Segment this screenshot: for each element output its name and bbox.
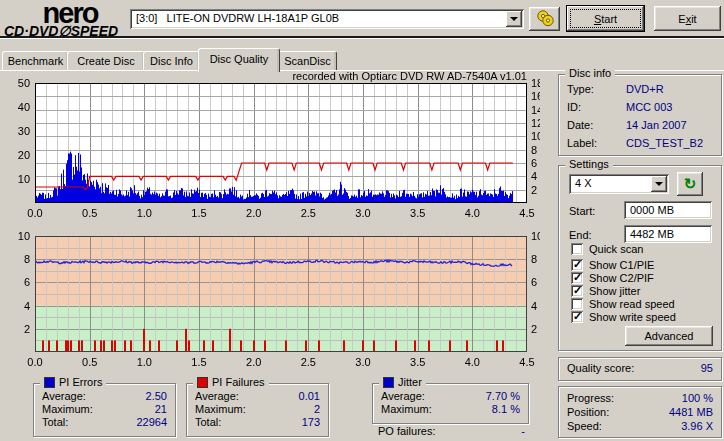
jitter-maximum-row: Maximum:8.1 % xyxy=(381,403,520,415)
po-failures-value: - xyxy=(521,425,525,437)
disc-label-label: Label: xyxy=(567,137,597,149)
tab-create-disc[interactable]: Create Disc xyxy=(67,51,145,71)
tab-benchmark[interactable]: Benchmark xyxy=(2,51,69,71)
quality-score-box: Quality score: 95 xyxy=(558,357,722,381)
disc-info-box: Disc info Type: DVD+R ID: MCC 003 Date: … xyxy=(558,74,722,156)
disc-type-value: DVD+R xyxy=(626,83,664,95)
pi-failures-maximum-row: Maximum:2 xyxy=(195,403,320,415)
pi-errors-chart xyxy=(0,71,540,221)
refresh-icon: ↻ xyxy=(684,175,697,192)
eject-disc-button[interactable] xyxy=(529,7,560,31)
checkbox-label: Quick scan xyxy=(589,243,643,255)
checkbox-show-c1-pie[interactable]: Show C1/PIE xyxy=(571,258,654,271)
jitter-legend: Jitter xyxy=(398,376,422,388)
jitter-average-row: Average:7.70 % xyxy=(381,390,520,402)
checkbox-icon[interactable] xyxy=(571,285,583,297)
disc-id-label: ID: xyxy=(567,101,581,113)
speed-row: Speed:3.96 X xyxy=(567,420,713,432)
checkbox-show-c2-pif[interactable]: Show C2/PIF xyxy=(571,271,654,284)
tab-disc-info[interactable]: Disc Info xyxy=(143,51,200,71)
jitter-box: Jitter Average:7.70 % Maximum:8.1 % xyxy=(372,383,529,424)
pi-failures-average-row: Average:0.01 xyxy=(195,390,320,402)
jitter-chart xyxy=(0,224,540,370)
tab-disc-quality[interactable]: Disc Quality xyxy=(198,48,280,72)
pi-errors-average-row: Average:2.50 xyxy=(42,390,167,402)
checkbox-icon[interactable] xyxy=(571,298,583,310)
pi-errors-legend-square xyxy=(44,377,55,388)
checkbox-show-read-speed[interactable]: Show read speed xyxy=(571,297,675,310)
position-row: Position:4481 MB xyxy=(567,406,713,418)
checkbox-quick-scan[interactable]: Quick scan xyxy=(571,242,643,255)
toolbar-divider xyxy=(0,36,724,39)
checkbox-icon[interactable] xyxy=(571,311,583,323)
checkbox-label: Show C2/PIF xyxy=(589,272,654,284)
checkbox-label: Show read speed xyxy=(589,298,675,310)
end-position-value: 4482 MB xyxy=(630,228,708,240)
app-logo-line1: nero xyxy=(4,2,136,25)
checkbox-label: Show jitter xyxy=(589,285,640,297)
disc-date-value: 14 Jan 2007 xyxy=(626,119,687,131)
refresh-button[interactable]: ↻ xyxy=(677,172,703,196)
end-position-label: End: xyxy=(569,229,592,241)
pi-errors-total-row: Total:22964 xyxy=(42,416,167,428)
scan-speed-value: 4 X xyxy=(575,177,649,189)
pi-failures-total-row: Total:173 xyxy=(195,416,320,428)
progress-box: Progress:100 % Position:4481 MB Speed:3.… xyxy=(558,386,722,438)
start-position-label: Start: xyxy=(569,205,595,217)
nero-cd-dvd-speed-window: nero CD·DVD∅SPEED [3:0] LITE-ON DVDRW LH… xyxy=(0,0,724,441)
settings-box: Settings 4 X ↻ Start: 0000 MB End: 4482 … xyxy=(558,165,722,351)
pi-failures-legend-square xyxy=(197,377,208,388)
disc-type-label: Type: xyxy=(567,83,594,95)
checkbox-icon[interactable] xyxy=(571,272,583,284)
po-failures-row: PO failures: - xyxy=(378,425,525,437)
pi-errors-box: PI Errors Average:2.50 Maximum:21 Total:… xyxy=(33,383,176,437)
dropdown-arrow-icon[interactable] xyxy=(651,176,667,192)
po-failures-label: PO failures: xyxy=(378,425,435,437)
end-position-field[interactable]: 4482 MB xyxy=(624,225,712,243)
tab-scandisc[interactable]: ScanDisc xyxy=(278,51,337,71)
scan-speed-select[interactable]: 4 X xyxy=(569,174,669,194)
checkbox-label: Show write speed xyxy=(589,311,676,323)
pi-errors-legend: PI Errors xyxy=(59,376,102,388)
app-logo: nero CD·DVD∅SPEED xyxy=(4,2,136,38)
drive-select-value: [3:0] LITE-ON DVDRW LH-18A1P GL0B xyxy=(136,12,504,24)
start-button-label: Start xyxy=(594,13,617,25)
exit-button[interactable]: Exit xyxy=(654,6,721,31)
exit-button-label: Exit xyxy=(678,13,696,25)
disc-info-legend: Disc info xyxy=(565,67,615,79)
disc-label-value: CDS_TEST_B2 xyxy=(626,137,703,149)
dropdown-arrow-icon[interactable] xyxy=(506,11,522,27)
checkbox-show-jitter[interactable]: Show jitter xyxy=(571,284,640,297)
progress-row: Progress:100 % xyxy=(567,392,713,404)
disc-icon xyxy=(535,9,555,27)
disc-id-value: MCC 003 xyxy=(626,101,672,113)
checkbox-icon[interactable] xyxy=(571,259,583,271)
checkbox-icon[interactable] xyxy=(571,243,583,255)
quality-score-label: Quality score: xyxy=(567,362,634,374)
settings-legend: Settings xyxy=(565,158,613,170)
advanced-button-label: Advanced xyxy=(645,330,694,342)
checkbox-show-write-speed[interactable]: Show write speed xyxy=(571,310,676,323)
pi-errors-maximum-row: Maximum:21 xyxy=(42,403,167,415)
jitter-legend-square xyxy=(383,377,394,388)
pi-failures-box: PI Failures Average:0.01 Maximum:2 Total… xyxy=(186,383,329,437)
quality-score-value: 95 xyxy=(701,362,713,374)
advanced-button[interactable]: Advanced xyxy=(625,326,713,346)
disc-date-label: Date: xyxy=(567,119,593,131)
checkbox-label: Show C1/PIE xyxy=(589,259,654,271)
start-position-value: 0000 MB xyxy=(630,204,708,216)
drive-select[interactable]: [3:0] LITE-ON DVDRW LH-18A1P GL0B xyxy=(130,9,524,29)
quality-score-row: Quality score: 95 xyxy=(567,362,713,374)
start-position-field[interactable]: 0000 MB xyxy=(624,201,712,219)
start-button[interactable]: Start xyxy=(567,6,644,31)
pi-failures-legend: PI Failures xyxy=(212,376,265,388)
